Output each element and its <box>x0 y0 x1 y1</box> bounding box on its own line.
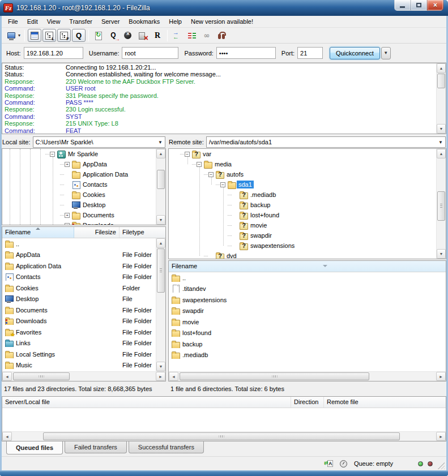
filter-button[interactable]: ∞ <box>200 29 214 42</box>
disconnect-button[interactable] <box>136 29 150 42</box>
file-row-titandev[interactable]: .titandev <box>169 284 446 295</box>
cancel-button[interactable] <box>121 29 135 42</box>
collapse-icon[interactable]: − <box>185 152 190 157</box>
tree-item-documents[interactable]: +Documents <box>2 210 165 220</box>
tree-item-lost-found[interactable]: ?lost+found <box>169 210 446 220</box>
menu-new-version-available[interactable]: New version available! <box>186 17 258 26</box>
process-queue-button[interactable]: Q <box>106 29 120 42</box>
column-header-filename[interactable]: Filename <box>2 227 74 238</box>
collapse-icon[interactable]: − <box>50 152 55 157</box>
remote-horizontal-scrollbar[interactable]: ◄ ► <box>169 371 446 381</box>
tab-failed-transfers[interactable]: Failed transfers <box>65 441 127 453</box>
column-header-server-local-file[interactable]: Server/Local file <box>2 397 291 408</box>
minimize-button[interactable] <box>394 0 411 11</box>
search-button[interactable] <box>215 29 228 42</box>
file-row-movie[interactable]: movie <box>169 316 446 328</box>
local-site-combo[interactable]: C:\Users\Mr Sparkle\ ▼ <box>33 136 165 148</box>
scroll-right-button[interactable]: ► <box>156 372 165 381</box>
scrollbar-thumb[interactable] <box>157 170 165 189</box>
scrollbar-track[interactable] <box>178 372 436 381</box>
scrollbar-thumb[interactable] <box>13 372 70 380</box>
column-header-remote-file[interactable]: Remote file <box>324 397 446 408</box>
scroll-up-button[interactable]: ▲ <box>437 63 446 73</box>
app-icon[interactable]: Fz <box>3 3 13 12</box>
menu-view[interactable]: View <box>42 17 65 26</box>
tree-item-downloads[interactable]: +Downloads <box>2 220 165 225</box>
menu-edit[interactable]: Edit <box>23 17 42 26</box>
scroll-right-button[interactable]: ► <box>436 372 446 381</box>
tree-item-swapdir[interactable]: ?swapdir <box>169 230 446 241</box>
scrollbar-track[interactable] <box>12 432 436 441</box>
scroll-down-button[interactable]: ▼ <box>437 124 446 134</box>
column-header-filetype[interactable]: Filetype <box>120 227 165 238</box>
scroll-up-button[interactable]: ▲ <box>156 238 165 248</box>
synchronized-browsing-button[interactable] <box>185 29 199 42</box>
transfer-type-icon[interactable] <box>325 460 335 468</box>
tree-item-appdata[interactable]: +AppData <box>2 159 165 169</box>
tree-item-sda1[interactable]: −sda1 <box>169 179 446 190</box>
port-input[interactable] <box>297 47 323 59</box>
local-list-vertical-scrollbar[interactable]: ▲ ▼ <box>156 238 165 371</box>
tree-item-application-data[interactable]: Application Data <box>2 169 165 179</box>
scroll-right-button[interactable]: ► <box>436 432 446 441</box>
toggle-local-tree-button[interactable]: L <box>42 29 56 42</box>
log-vertical-scrollbar[interactable]: ▲ ▼ <box>436 63 446 134</box>
scroll-down-button[interactable]: ▼ <box>437 249 446 259</box>
expand-icon[interactable]: + <box>65 223 70 226</box>
file-row-swapdir[interactable]: swapdir <box>169 306 446 317</box>
scroll-down-button[interactable]: ▼ <box>156 362 165 371</box>
file-row-cookies[interactable]: CookiesFolder <box>2 282 165 294</box>
close-button[interactable]: × <box>427 0 443 11</box>
queue-horizontal-scrollbar[interactable]: ◄ ► <box>2 431 446 441</box>
file-row-documents[interactable]: DocumentsFile Folder <box>2 305 165 316</box>
file-row-application-data[interactable]: Application DataFile Folder <box>2 260 165 272</box>
scrollbar-thumb[interactable] <box>157 248 165 293</box>
scrollbar-track[interactable] <box>156 248 165 362</box>
collapse-icon[interactable]: − <box>197 162 202 167</box>
tree-item-media[interactable]: −media <box>169 159 446 169</box>
maximize-button[interactable] <box>411 0 427 11</box>
tab-successful-transfers[interactable]: Successful transfers <box>129 441 204 453</box>
menu-server[interactable]: Server <box>97 17 124 26</box>
tree-item-contacts[interactable]: Contacts <box>2 179 165 190</box>
column-header-filename[interactable]: Filename <box>169 261 446 272</box>
file-row-mediadb[interactable]: .mediadb <box>169 350 446 361</box>
remote-site-combo[interactable]: /var/media/autofs/sda1 ▼ <box>206 136 446 148</box>
scrollbar-track[interactable] <box>156 158 165 215</box>
file-row-item[interactable]: .. <box>169 272 446 284</box>
chevron-down-icon[interactable]: ▼ <box>437 140 443 145</box>
scrollbar-thumb[interactable] <box>180 372 369 380</box>
quickconnect-dropdown-button[interactable]: ▼ <box>381 47 391 59</box>
site-manager-button[interactable]: ▾ <box>5 29 22 42</box>
tree-item-movie[interactable]: ?movie <box>169 220 446 230</box>
file-row-contacts[interactable]: ContactsFile Folder <box>2 272 165 283</box>
chevron-down-icon[interactable]: ▼ <box>156 140 163 145</box>
scrollbar-thumb[interactable] <box>437 191 445 221</box>
menu-transfer[interactable]: Transfer <box>65 17 97 26</box>
chevron-down-icon[interactable]: ▾ <box>18 33 20 38</box>
directory-comparison-button[interactable] <box>170 29 184 42</box>
file-row-links[interactable]: LinksFile Folder <box>2 338 165 349</box>
menu-file[interactable]: File <box>3 17 23 26</box>
scrollbar-track[interactable] <box>437 73 446 124</box>
username-input[interactable] <box>122 47 178 59</box>
file-row-lost-found[interactable]: lost+found <box>169 328 446 339</box>
menu-help[interactable]: Help <box>164 17 186 26</box>
file-row-favorites[interactable]: ★FavoritesFile Folder <box>2 327 165 338</box>
file-row-backup[interactable]: backup <box>169 338 446 350</box>
toggle-message-log-button[interactable] <box>28 29 41 42</box>
tab-queued-files[interactable]: Queued files <box>6 441 63 454</box>
password-input[interactable] <box>216 47 276 59</box>
tree-item-mediadb[interactable]: ?.mediadb <box>169 190 446 200</box>
scrollbar-track[interactable] <box>437 158 446 249</box>
scrollbar-thumb[interactable] <box>43 432 400 440</box>
file-row-local-settings[interactable]: Local SettingsFile Folder <box>2 349 165 360</box>
column-header-direction[interactable]: Direction <box>291 397 324 408</box>
menu-bookmarks[interactable]: Bookmarks <box>124 17 164 26</box>
tree-item-autofs[interactable]: −?autofs <box>169 169 446 179</box>
scroll-left-button[interactable]: ◄ <box>2 372 12 381</box>
scrollbar-track[interactable] <box>12 372 156 381</box>
speed-limits-icon[interactable] <box>340 460 347 468</box>
scroll-down-button[interactable]: ▼ <box>156 215 165 225</box>
local-horizontal-scrollbar[interactable]: ◄ ► <box>2 371 165 381</box>
